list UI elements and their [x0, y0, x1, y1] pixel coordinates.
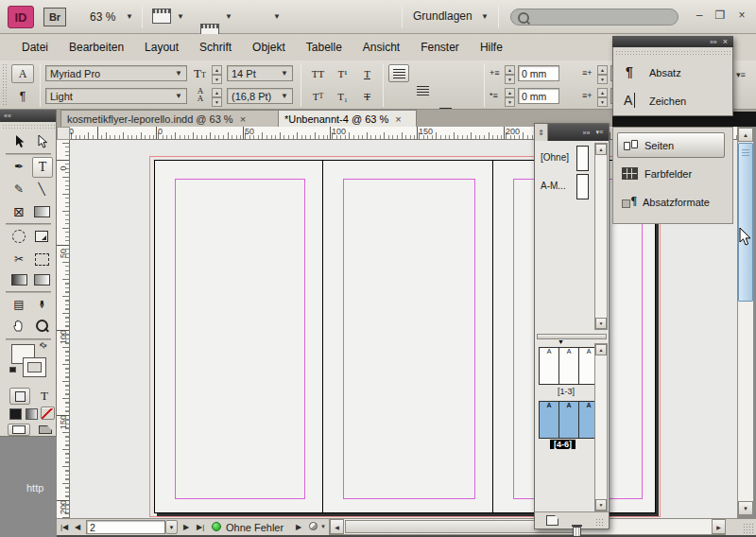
menu-objekt[interactable]: Objekt: [242, 34, 296, 61]
paragraph-formatting-button[interactable]: ¶: [11, 87, 34, 106]
tab-close-icon[interactable]: ×: [240, 113, 246, 125]
panel-header[interactable]: »» ×: [612, 36, 733, 47]
panel-splitter[interactable]: [537, 334, 607, 339]
pages-scrollbar[interactable]: ▲ ▼: [594, 343, 608, 511]
leading-select[interactable]: (16,8 Pt) ▼: [227, 88, 293, 104]
scroll-right-button[interactable]: ▶: [712, 519, 726, 534]
spread-1-3-label[interactable]: [1-3]: [535, 386, 597, 396]
pencil-tool[interactable]: ✎: [9, 180, 28, 199]
pages-panel-header[interactable]: »» ▾≡: [548, 124, 609, 141]
window-minimize-button[interactable]: –: [691, 9, 708, 22]
panel-item-zeichen[interactable]: A Zeichen: [613, 89, 734, 115]
space-before-stepper[interactable]: ▲▼: [597, 65, 608, 84]
menu-ansicht[interactable]: Ansicht: [352, 34, 410, 61]
menu-bearbeiten[interactable]: Bearbeiten: [59, 34, 134, 61]
collapse-tools-icon[interactable]: ««: [4, 113, 11, 119]
menu-tabelle[interactable]: Tabelle: [296, 34, 352, 61]
align-left-button[interactable]: [388, 64, 409, 82]
space-after-stepper[interactable]: ▲▼: [597, 88, 608, 107]
page-thumbnail-4[interactable]: A: [539, 401, 559, 439]
workspace-switcher[interactable]: Grundlagen: [413, 9, 472, 23]
underline-button[interactable]: T: [356, 64, 378, 82]
scissors-tool[interactable]: ✂: [9, 250, 28, 268]
panel-item-absatz[interactable]: ¶ Absatz: [613, 61, 734, 87]
tab-kosmetikflyer[interactable]: kosmetikflyer-leporello.indd @ 63 % ×: [60, 110, 291, 128]
page-thumbnail-5[interactable]: A: [559, 401, 579, 439]
tools-panel-header[interactable]: ««: [0, 110, 56, 122]
horizontal-scrollbar[interactable]: ◀ ▶: [329, 519, 726, 535]
gradient-feather-tool[interactable]: [32, 270, 51, 289]
font-style-select[interactable]: Light ▼: [45, 88, 187, 104]
small-caps-button[interactable]: TT: [307, 87, 329, 105]
scroll-down-button[interactable]: ▼: [738, 501, 753, 515]
scroll-left-button[interactable]: ◀: [330, 519, 344, 534]
first-line-indent-stepper[interactable]: ▲▼: [505, 88, 515, 107]
scroll-up-button[interactable]: ▲: [595, 144, 607, 155]
window-restore-button[interactable]: ❐: [712, 9, 729, 22]
scroll-up-button[interactable]: ▲: [595, 344, 607, 355]
dock-item-absatzformate[interactable]: ¶ Absatzformate: [617, 189, 725, 215]
type-tool[interactable]: T: [32, 157, 53, 178]
scroll-up-button[interactable]: ▲: [738, 128, 753, 142]
direct-selection-tool[interactable]: [32, 132, 51, 151]
swap-fill-stroke-icon[interactable]: ⇄: [38, 339, 49, 351]
character-formatting-button[interactable]: A: [11, 64, 34, 83]
page-number-field[interactable]: 2: [86, 520, 165, 534]
delete-page-button[interactable]: [573, 527, 581, 537]
eyedropper-tool[interactable]: ✒: [32, 295, 51, 314]
font-size-stepper[interactable]: ▲▼: [212, 65, 222, 84]
preflight-menu-dropdown-icon[interactable]: ▼: [320, 524, 326, 529]
preflight-flyout-icon[interactable]: ▶: [296, 523, 301, 531]
pages-panel-menu-icon[interactable]: ▾≡: [595, 129, 603, 136]
masters-scrollbar[interactable]: ▲ ▼: [594, 143, 608, 330]
page-thumbnail-2[interactable]: A: [559, 347, 579, 385]
all-caps-button[interactable]: TT: [307, 64, 329, 82]
tab-close-icon[interactable]: ×: [395, 113, 401, 125]
left-indent-field[interactable]: 0 mm: [518, 65, 559, 81]
menu-datei[interactable]: Datei: [11, 34, 59, 61]
align-center-button[interactable]: [412, 86, 433, 104]
menu-hilfe[interactable]: Hilfe: [470, 34, 513, 61]
scale-tool[interactable]: [32, 227, 51, 246]
default-fill-stroke-icon[interactable]: [9, 367, 16, 372]
zoom-level-dropdown-icon[interactable]: ▼: [126, 12, 133, 21]
bridge-launch-button[interactable]: Br: [43, 8, 66, 26]
dock-item-farbfelder[interactable]: Farbfelder: [617, 161, 725, 186]
window-close-button[interactable]: ×: [733, 9, 750, 22]
vertical-ruler[interactable]: 0 50 100 150 200: [57, 140, 70, 518]
control-panel-menu-icon[interactable]: ▾≡: [736, 70, 746, 79]
spread-1-3[interactable]: A A A: [539, 347, 599, 385]
leading-stepper[interactable]: ▲▼: [212, 88, 222, 107]
view-options-icon[interactable]: [152, 9, 171, 24]
preflight-menu-icon[interactable]: [309, 522, 318, 530]
subscript-button[interactable]: T₁: [332, 87, 353, 105]
tab-unbenannt-4[interactable]: *Unbenannt-4 @ 63 % ×: [278, 110, 417, 128]
master-a-label[interactable]: A-M...: [541, 181, 566, 191]
selection-tool[interactable]: [9, 132, 28, 151]
strikethrough-button[interactable]: T: [356, 87, 378, 105]
font-size-select[interactable]: 14 Pt ▼: [227, 65, 293, 81]
scroll-down-button[interactable]: ▼: [595, 499, 607, 511]
left-indent-stepper[interactable]: ▲▼: [505, 65, 515, 84]
page-thumbnail-1[interactable]: A: [539, 347, 559, 385]
preview-mode-button[interactable]: [34, 424, 57, 436]
tools-grip[interactable]: [2, 124, 55, 130]
master-none-label[interactable]: [Ohne]: [541, 152, 569, 163]
collapse-panel-icon[interactable]: »»: [710, 39, 717, 45]
dock-item-seiten[interactable]: Seiten: [617, 132, 725, 158]
last-page-button[interactable]: ▶|: [197, 523, 204, 531]
master-none-thumbnail[interactable]: [576, 146, 589, 171]
ruler-origin-box[interactable]: [57, 127, 70, 140]
apply-none-button[interactable]: [41, 407, 55, 420]
apply-color-button[interactable]: [9, 408, 22, 420]
formatting-affects-container-button[interactable]: [9, 388, 30, 405]
window-resize-grip[interactable]: [737, 518, 756, 535]
next-page-button[interactable]: ▶: [183, 523, 189, 531]
close-panel-icon[interactable]: ×: [723, 37, 728, 46]
zoom-tool[interactable]: [32, 316, 51, 335]
menu-fenster[interactable]: Fenster: [410, 34, 470, 61]
hand-tool[interactable]: [9, 316, 28, 335]
scroll-down-button[interactable]: ▼: [595, 318, 607, 329]
first-line-indent-field[interactable]: 0 mm: [518, 88, 559, 104]
new-spread-button[interactable]: [546, 515, 558, 526]
